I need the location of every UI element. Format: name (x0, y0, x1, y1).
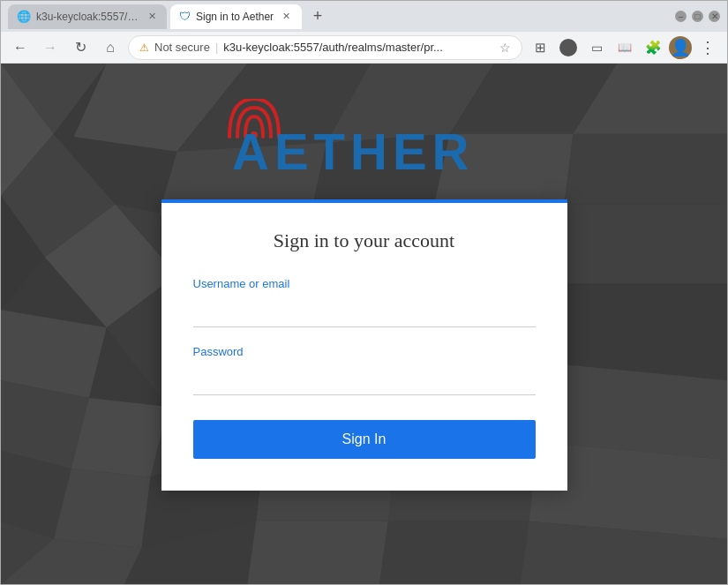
sign-in-button[interactable]: Sign In (193, 420, 536, 459)
url-separator: | (215, 41, 218, 54)
url-bar[interactable]: ⚠ Not secure | k3u-keycloak:5557/auth/re… (128, 35, 522, 60)
username-group: Username or email (193, 277, 536, 327)
tab-active-label: Sign in to Aether (196, 11, 274, 23)
title-bar: 🌐 k3u-keycloak:5557/auth/r... ✕ 🛡 Sign i… (1, 1, 727, 32)
maximize-icon: □ (694, 11, 700, 21)
shield-icon: 🛡 (179, 10, 191, 23)
security-warning-icon: ⚠ (139, 41, 149, 54)
plus-icon: + (313, 7, 323, 26)
username-label: Username or email (193, 277, 536, 290)
back-icon: ← (13, 40, 27, 56)
menu-button[interactable]: ⋮ (695, 35, 720, 60)
page-content: AETHER Sign in to your account Username … (1, 64, 727, 584)
jigsaw-icon: 🧩 (645, 40, 662, 56)
window-controls: − □ ✕ (675, 11, 720, 22)
avatar-image: 👤 (671, 38, 690, 57)
minimize-button[interactable]: − (675, 11, 687, 22)
password-label: Password (193, 345, 536, 358)
back-button[interactable]: ← (8, 35, 33, 60)
aether-logo: AETHER (214, 99, 514, 178)
browser-window: 🌐 k3u-keycloak:5557/auth/r... ✕ 🛡 Sign i… (0, 0, 728, 585)
tab-active[interactable]: 🛡 Sign in to Aether ✕ (170, 4, 302, 29)
tab-inactive-label: k3u-keycloak:5557/auth/r... (36, 11, 141, 23)
home-button[interactable]: ⌂ (98, 35, 123, 60)
login-card: Sign in to your account Username or emai… (161, 199, 567, 491)
reload-button[interactable]: ↻ (68, 35, 93, 60)
forward-icon: → (43, 40, 57, 56)
bookmark-icon[interactable]: ☆ (499, 41, 511, 55)
minimize-icon: − (678, 11, 683, 22)
password-input[interactable] (193, 364, 536, 395)
more-tools-icon[interactable]: 🧩 (641, 35, 665, 60)
address-bar: ← → ↻ ⌂ ⚠ Not secure | k3u-keycloak:5557… (1, 32, 727, 64)
svg-marker-43 (379, 521, 529, 584)
tab-active-close[interactable]: ✕ (279, 10, 293, 24)
puzzle-icon: ⊞ (535, 40, 546, 56)
username-input[interactable] (193, 296, 536, 327)
extensions-icon[interactable]: ⊞ (528, 35, 552, 60)
logo-container: AETHER (214, 99, 514, 182)
svg-marker-20 (555, 205, 727, 284)
tab-inactive-close[interactable]: ✕ (146, 10, 158, 24)
circle-icon (559, 39, 577, 56)
svg-marker-13 (564, 134, 727, 205)
read-icon[interactable]: 📖 (612, 35, 637, 60)
profile-menu-icon[interactable] (556, 35, 581, 60)
toolbar-icons: ⊞ ▭ 📖 🧩 👤 ⋮ (528, 35, 720, 60)
password-group: Password (193, 345, 536, 395)
cast-icon[interactable]: ▭ (584, 35, 609, 60)
url-text: k3u-keycloak:5557/auth/realms/master/pr.… (223, 41, 494, 54)
reload-icon: ↻ (75, 39, 86, 56)
close-button[interactable]: ✕ (709, 11, 720, 22)
maximize-button[interactable]: □ (692, 11, 703, 22)
close-icon: ✕ (711, 11, 718, 21)
globe-icon: 🌐 (17, 10, 31, 23)
svg-text:AETHER: AETHER (232, 123, 474, 178)
new-tab-button[interactable]: + (305, 4, 330, 29)
tab-inactive[interactable]: 🌐 k3u-keycloak:5557/auth/r... ✕ (8, 4, 167, 29)
user-avatar[interactable]: 👤 (669, 36, 692, 59)
forward-button[interactable]: → (38, 35, 63, 60)
svg-marker-42 (247, 521, 388, 584)
security-label: Not secure (154, 41, 210, 54)
card-title: Sign in to your account (193, 229, 536, 252)
cast-symbol: ▭ (591, 41, 603, 55)
home-icon: ⌂ (106, 40, 115, 56)
